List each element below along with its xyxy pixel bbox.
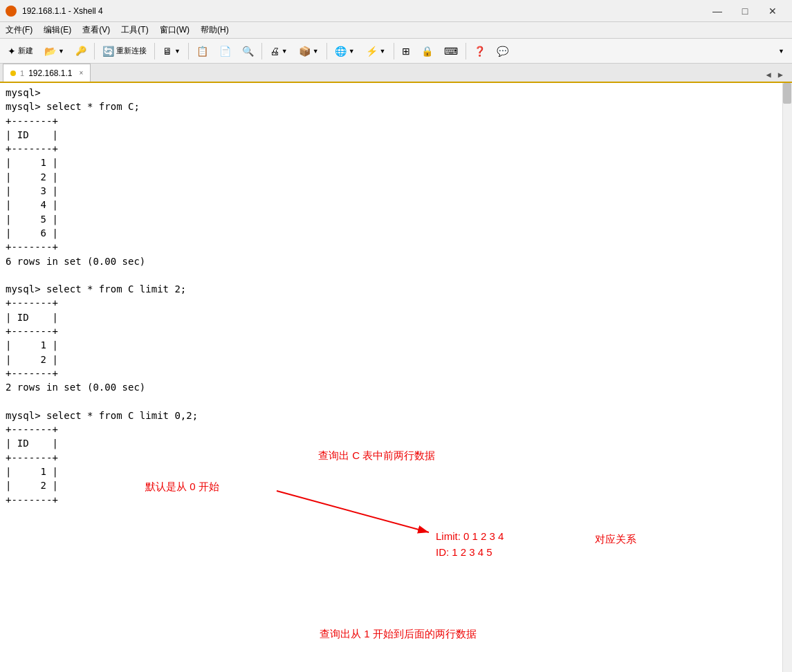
- copy-icon: 📋: [196, 46, 208, 57]
- tab-title: 192.168.1.1: [28, 68, 72, 78]
- transfer-icon: 📦: [299, 46, 311, 57]
- separator-1: [94, 43, 95, 59]
- annotation-limit-id: Limit: 0 1 2 3 4 ID: 1 2 3 4 5: [436, 529, 504, 560]
- annotation-query1-comment: 查询出 C 表中前两行数据: [318, 449, 435, 463]
- dropdown-arrow2: ▼: [174, 48, 181, 55]
- menu-bar: 文件(F) 编辑(E) 查看(V) 工具(T) 窗口(W) 帮助(H): [0, 22, 792, 39]
- tab-close-button[interactable]: ×: [80, 69, 84, 77]
- terminal-wrapper: mysql> mysql> select * from C; +-------+…: [0, 83, 792, 672]
- terminal-content[interactable]: mysql> mysql> select * from C; +-------+…: [0, 83, 792, 672]
- lock-icon: 🔒: [421, 46, 433, 57]
- tab-next-button[interactable]: ▶: [775, 68, 786, 82]
- script-icon: ⚡: [366, 46, 378, 57]
- find-icon: 🔍: [242, 46, 254, 57]
- chat-button[interactable]: 💬: [492, 41, 513, 61]
- menu-view[interactable]: 查看(V): [77, 22, 116, 38]
- separator-3: [188, 43, 189, 59]
- find-button[interactable]: 🔍: [237, 41, 259, 61]
- title-bar: 192.168.1.1 - Xshell 4 — □ ✕: [0, 0, 792, 22]
- help-icon: ❓: [474, 46, 486, 57]
- tab-prev-button[interactable]: ◀: [763, 68, 775, 82]
- dropdown-arrow5: ▼: [349, 48, 355, 55]
- reconnect-button[interactable]: 🔄 重新连接: [98, 41, 151, 61]
- separator-6: [394, 43, 394, 59]
- key-icon: 🔑: [75, 46, 86, 56]
- window-title: 192.168.1.1 - Xshell 4: [22, 6, 103, 16]
- menu-tools[interactable]: 工具(T): [116, 22, 154, 38]
- tab-bar: 1 192.168.1.1 × ◀ ▶: [0, 64, 792, 83]
- transfer-button[interactable]: 📦 ▼: [294, 41, 324, 61]
- svg-line-1: [277, 491, 429, 532]
- dropdown-arrow: ▼: [58, 48, 64, 55]
- toolbar: ✦ 新建 📂 ▼ 🔑 🔄 重新连接 🖥 ▼ 📋 📄 🔍 🖨 ▼ 📦 ▼: [0, 39, 792, 64]
- dropdown-arrow4: ▼: [313, 48, 319, 55]
- annotation-query2-comment: 查询出从 1 开始到后面的两行数据: [320, 628, 477, 641]
- print-icon: 🖨: [270, 46, 279, 57]
- grid-icon: ⊞: [402, 46, 410, 57]
- separator-2: [154, 43, 155, 59]
- more-icon: ▼: [778, 48, 784, 55]
- toolbar-more-button[interactable]: ▼: [773, 41, 789, 61]
- new-icon: ✦: [8, 46, 16, 57]
- keyboard-button[interactable]: ⌨: [439, 41, 463, 61]
- monitor-icon: 🖥: [163, 46, 172, 57]
- print-button[interactable]: 🖨 ▼: [265, 41, 293, 61]
- active-tab[interactable]: 1 192.168.1.1 ×: [3, 64, 91, 82]
- dropdown-arrow6: ▼: [380, 48, 386, 55]
- paste-button[interactable]: 📄: [214, 41, 236, 61]
- menu-help[interactable]: 帮助(H): [195, 22, 234, 38]
- help-button[interactable]: ❓: [469, 41, 490, 61]
- key-button[interactable]: 🔑: [71, 41, 91, 61]
- script-button[interactable]: ⚡ ▼: [361, 41, 391, 61]
- chat-icon: 💬: [497, 46, 508, 57]
- globe-icon: 🌐: [335, 46, 347, 57]
- monitor-button[interactable]: 🖥 ▼: [158, 41, 185, 61]
- keyboard-icon: ⌨: [444, 46, 458, 57]
- grid-button[interactable]: ⊞: [397, 41, 415, 61]
- scrollbar-thumb[interactable]: [783, 83, 791, 104]
- terminal-text: mysql> mysql> select * from C; +-------+…: [6, 86, 786, 507]
- separator-5: [326, 43, 327, 59]
- menu-edit[interactable]: 编辑(E): [38, 22, 77, 38]
- menu-window[interactable]: 窗口(W): [154, 22, 195, 38]
- app-icon: [6, 6, 17, 17]
- lock-button[interactable]: 🔒: [416, 41, 438, 61]
- copy-button[interactable]: 📋: [192, 41, 213, 61]
- scrollbar[interactable]: [782, 83, 792, 672]
- annotation-arrow: [138, 480, 470, 550]
- open-button[interactable]: 📂 ▼: [39, 41, 69, 61]
- separator-7: [466, 43, 466, 59]
- maximize-button[interactable]: □: [731, 0, 759, 22]
- globe-button[interactable]: 🌐 ▼: [330, 41, 360, 61]
- tab-status-dot: [10, 71, 16, 76]
- folder-icon: 📂: [44, 46, 56, 57]
- new-button[interactable]: ✦ 新建: [3, 41, 38, 61]
- dropdown-arrow3: ▼: [282, 48, 288, 55]
- separator-4: [261, 43, 262, 59]
- annotation-corresponding: 对应关系: [595, 533, 636, 546]
- tab-index: 1: [20, 69, 24, 77]
- minimize-button[interactable]: —: [703, 0, 731, 22]
- paste-icon: 📄: [219, 46, 231, 57]
- menu-file[interactable]: 文件(F): [0, 22, 38, 38]
- reconnect-icon: 🔄: [102, 46, 114, 57]
- close-button[interactable]: ✕: [759, 0, 786, 22]
